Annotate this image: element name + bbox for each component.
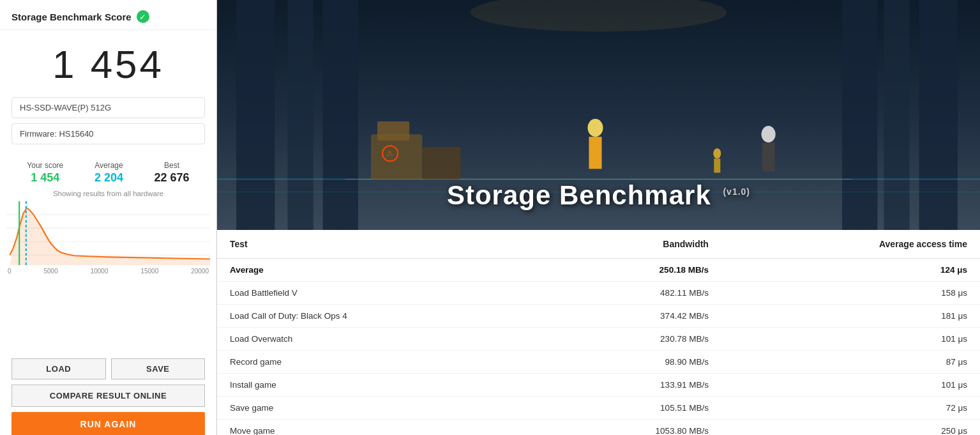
score-header: Storage Benchmark Score ✓: [0, 0, 216, 30]
your-score-col: Your score 1 454: [27, 161, 63, 185]
chart-x-labels: 0 5000 10000 15000 20000: [6, 268, 210, 275]
right-panel: ⚠ Storage Benchmark (v1.0) Test: [217, 0, 980, 435]
cell-test-name: Load Battlefield V: [217, 282, 542, 305]
cell-access-time: 158 μs: [721, 282, 980, 305]
cell-access-time: 124 μs: [721, 259, 980, 282]
cell-access-time: 101 μs: [721, 328, 980, 351]
svg-rect-9: [287, 0, 313, 230]
table-row: Save game105.51 MB/s72 μs: [217, 397, 980, 420]
svg-rect-11: [919, 0, 958, 230]
svg-rect-8: [236, 0, 275, 230]
table-header-row: Test Bandwidth Average access time: [217, 230, 980, 259]
cell-access-time: 181 μs: [721, 305, 980, 328]
average-label: Average: [94, 161, 123, 170]
table-row: Load Overwatch230.78 MB/s101 μs: [217, 328, 980, 351]
score-title: Storage Benchmark Score: [11, 11, 132, 22]
cell-access-time: 72 μs: [721, 397, 980, 420]
svg-text:⚠: ⚠: [386, 149, 393, 158]
game-banner: ⚠ Storage Benchmark (v1.0): [217, 0, 980, 230]
col-bandwidth-header: Bandwidth: [542, 230, 721, 259]
cell-bandwidth: 133.91 MB/s: [542, 374, 721, 397]
bottom-buttons: LOAD SAVE COMPARE RESULT ONLINE RUN AGAI…: [0, 349, 216, 435]
device-name: HS-SSD-WAVE(P) 512G: [11, 97, 205, 118]
your-score-value: 1 454: [27, 171, 63, 185]
best-label: Best: [155, 161, 190, 170]
col-test-header: Test: [217, 230, 542, 259]
check-icon: ✓: [137, 10, 149, 23]
cell-bandwidth: 105.51 MB/s: [542, 397, 721, 420]
results-table-area: Test Bandwidth Average access time Avera…: [217, 230, 980, 435]
cell-access-time: 101 μs: [721, 374, 980, 397]
cell-test-name: Load Call of Duty: Black Ops 4: [217, 305, 542, 328]
svg-point-25: [762, 126, 776, 142]
table-row: Install game133.91 MB/s101 μs: [217, 374, 980, 397]
cell-bandwidth: 1053.80 MB/s: [542, 420, 721, 436]
firmware-label: Firmware: HS15640: [11, 123, 205, 144]
average-score-col: Average 2 204: [94, 161, 123, 185]
run-again-button[interactable]: RUN AGAIN: [11, 412, 205, 435]
cell-test-name: Install game: [217, 374, 542, 397]
load-save-row: LOAD SAVE: [11, 358, 205, 379]
best-value: 22 676: [155, 171, 190, 185]
cell-test-name: Load Overwatch: [217, 328, 542, 351]
svg-point-27: [713, 148, 721, 158]
big-score-value: 1 454: [0, 30, 216, 93]
table-row: Load Battlefield V482.11 MB/s158 μs: [217, 282, 980, 305]
cell-bandwidth: 98.90 MB/s: [542, 351, 721, 374]
svg-rect-28: [714, 158, 720, 172]
score-distribution-chart: 0 5000 10000 15000 20000: [0, 199, 216, 275]
best-score-col: Best 22 676: [155, 161, 190, 185]
banner-version: (v1.0): [723, 187, 750, 197]
load-button[interactable]: LOAD: [11, 358, 106, 379]
svg-rect-19: [422, 147, 460, 179]
cell-test-name: Average: [217, 259, 542, 282]
cell-bandwidth: 230.78 MB/s: [542, 328, 721, 351]
svg-rect-13: [842, 0, 877, 230]
average-value: 2 204: [94, 171, 123, 185]
cell-test-name: Record game: [217, 351, 542, 374]
table-row: Load Call of Duty: Black Ops 4374.42 MB/…: [217, 305, 980, 328]
cell-test-name: Move game: [217, 420, 542, 436]
table-row: Record game98.90 MB/s87 μs: [217, 351, 980, 374]
table-row: Move game1053.80 MB/s250 μs: [217, 420, 980, 436]
compare-button[interactable]: COMPARE RESULT ONLINE: [11, 385, 205, 407]
svg-rect-24: [589, 137, 601, 169]
col-access-time-header: Average access time: [721, 230, 980, 259]
results-table: Test Bandwidth Average access time Avera…: [217, 230, 980, 435]
cell-bandwidth: 482.11 MB/s: [542, 282, 721, 305]
left-panel: Storage Benchmark Score ✓ 1 454 HS-SSD-W…: [0, 0, 217, 435]
svg-rect-12: [884, 0, 909, 230]
your-score-label: Your score: [27, 161, 63, 170]
svg-rect-20: [377, 121, 409, 141]
banner-text-overlay: Storage Benchmark (v1.0): [447, 180, 750, 230]
svg-point-23: [587, 119, 603, 137]
device-info: HS-SSD-WAVE(P) 512G Firmware: HS15640: [0, 93, 216, 153]
table-row: Average250.18 MB/s124 μs: [217, 259, 980, 282]
chart-svg: [6, 201, 210, 265]
scores-row: Your score 1 454 Average 2 204 Best 22 6…: [0, 153, 216, 187]
svg-rect-10: [323, 0, 358, 230]
cell-access-time: 87 μs: [721, 351, 980, 374]
cell-bandwidth: 374.42 MB/s: [542, 305, 721, 328]
showing-label: Showing results from all hardware: [0, 187, 216, 199]
svg-rect-26: [762, 142, 775, 171]
cell-test-name: Save game: [217, 397, 542, 420]
cell-access-time: 250 μs: [721, 420, 980, 436]
banner-title: Storage Benchmark (v1.0): [447, 180, 750, 210]
cell-bandwidth: 250.18 MB/s: [542, 259, 721, 282]
save-button[interactable]: SAVE: [111, 358, 206, 379]
